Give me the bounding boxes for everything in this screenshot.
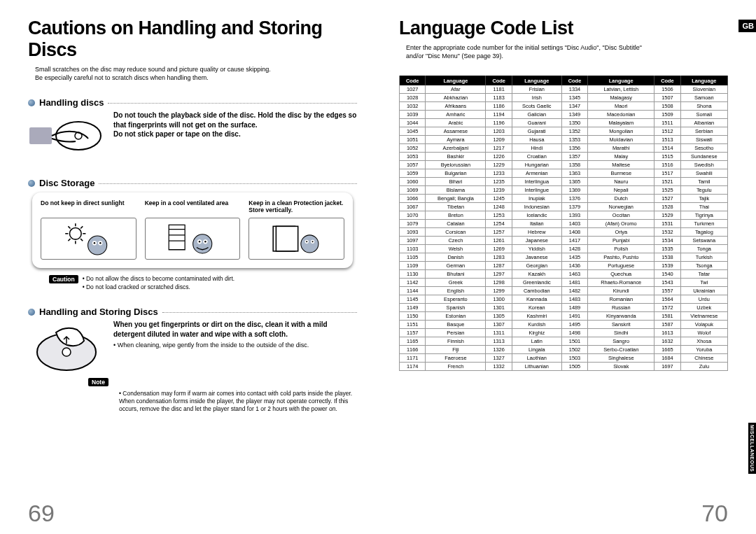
lang-code-cell: 1044 — [400, 119, 426, 127]
lang-code-cell: 1436 — [561, 262, 587, 270]
lang-code-cell: 1079 — [400, 220, 426, 228]
right-title: Language Code List — [399, 17, 728, 39]
lang-name-cell: Greek — [426, 279, 486, 287]
lang-name-cell: Tajik — [680, 195, 727, 203]
lang-name-cell: Byelorussian — [426, 161, 486, 169]
lang-name-cell: Breton — [426, 211, 486, 220]
lang-code-cell: 1345 — [561, 94, 587, 102]
section-storage-head: Disc Storage — [28, 178, 357, 188]
lang-code-cell: 1028 — [400, 94, 426, 102]
lang-name-cell: (Afan) Oromo — [588, 220, 654, 228]
handling-heading: Handling discs — [39, 97, 104, 108]
lang-name-cell: Nepali — [588, 186, 654, 195]
lang-code-cell: 1253 — [486, 211, 512, 220]
lang-code-cell: 1157 — [400, 329, 426, 337]
lang-code-cell: 1203 — [486, 127, 512, 136]
lang-code-cell: 1142 — [400, 279, 426, 287]
lang-code-cell: 1428 — [561, 245, 587, 253]
lang-code-cell: 1435 — [561, 253, 587, 262]
ventilated-icon — [145, 218, 241, 260]
lang-code-cell: 1501 — [561, 337, 587, 346]
lang-name-cell: Sangro — [588, 337, 654, 346]
lang-code-cell: 1350 — [561, 119, 587, 127]
lang-name-cell: Danish — [426, 253, 486, 262]
right-intro-l2: and/or "Disc Menu" (See page 39). — [406, 52, 503, 59]
lang-name-cell: Hebrew — [512, 228, 561, 237]
lang-name-cell: Bashkir — [426, 153, 486, 161]
lang-name-cell: Urdu — [680, 295, 727, 304]
lang-code-cell: 1174 — [400, 363, 426, 371]
lang-code-cell: 1239 — [486, 186, 512, 195]
lang-code-cell: 1684 — [654, 354, 680, 363]
th-lang: Language — [588, 76, 654, 86]
caution-badge: Caution — [49, 275, 78, 283]
lang-code-cell: 1632 — [654, 337, 680, 346]
lang-code-cell: 1535 — [654, 245, 680, 253]
lang-name-cell: Sesotho — [680, 144, 727, 153]
lang-name-cell: Vietnamese — [680, 312, 727, 321]
lang-name-cell: Latvian, Lettish — [588, 85, 654, 94]
lang-code-cell: 1027 — [400, 85, 426, 94]
lang-name-cell: Samoan — [680, 94, 727, 102]
lang-code-cell: 1572 — [654, 304, 680, 312]
lang-name-cell: Siswati — [680, 136, 727, 144]
lang-code-cell: 1032 — [400, 102, 426, 111]
lang-code-cell: 1505 — [561, 363, 587, 371]
lang-name-cell: Hungarian — [512, 161, 561, 169]
lang-code-cell: 1145 — [400, 295, 426, 304]
page-number-left: 69 — [28, 500, 55, 527]
lang-name-cell: Afrikaans — [426, 102, 486, 111]
lang-name-cell: Tibetan — [426, 203, 486, 211]
lang-code-cell: 1057 — [400, 161, 426, 169]
lang-code-cell: 1261 — [486, 237, 512, 245]
lang-name-cell: Rhaeto-Romance — [588, 279, 654, 287]
lang-code-cell: 1491 — [561, 312, 587, 321]
lang-name-cell: Kashmiri — [512, 312, 561, 321]
lang-name-cell: Georgian — [512, 262, 561, 270]
lang-name-cell: Yoruba — [680, 346, 727, 354]
svg-point-15 — [93, 242, 95, 244]
caution-item-1: Do not load cracked or scratched discs. — [83, 283, 234, 291]
lang-code-cell: 1379 — [561, 203, 587, 211]
lang-name-cell: Setswana — [680, 237, 727, 245]
lang-name-cell: Javanese — [512, 253, 561, 262]
storage-label-2: Keep in a clean Protection jacket. Store… — [248, 199, 344, 215]
lang-name-cell: Malayalam — [588, 119, 654, 127]
lang-name-cell: Kinyarwanda — [588, 312, 654, 321]
lang-code-cell: 1525 — [654, 186, 680, 195]
lang-name-cell: Tonga — [680, 245, 727, 253]
lang-code-cell: 1511 — [654, 119, 680, 127]
lang-name-cell: Tegulu — [680, 186, 727, 195]
lang-name-cell: Corsican — [426, 228, 486, 237]
lang-code-cell: 1313 — [486, 337, 512, 346]
lang-name-cell: Wolof — [680, 329, 727, 337]
lang-code-cell: 1543 — [654, 279, 680, 287]
lang-code-cell: 1300 — [486, 295, 512, 304]
section-tab: MISCELLANEOUS — [748, 423, 756, 474]
lang-name-cell: Fiji — [426, 346, 486, 354]
lang-name-cell: Shona — [680, 102, 727, 111]
lang-name-cell: Greenlandic — [512, 279, 561, 287]
lang-code-cell: 1539 — [654, 262, 680, 270]
lang-code-cell: 1540 — [654, 270, 680, 279]
lang-code-cell: 1506 — [654, 85, 680, 94]
lang-name-cell: Marathi — [588, 144, 654, 153]
lang-name-cell: Malagasy — [588, 94, 654, 102]
lang-code-cell: 1482 — [561, 287, 587, 295]
lang-name-cell: Laothian — [512, 354, 561, 363]
lang-code-cell: 1521 — [654, 178, 680, 186]
lang-code-cell: 1587 — [654, 321, 680, 329]
lang-name-cell: Volapuk — [680, 321, 727, 329]
lang-name-cell: Basque — [426, 321, 486, 329]
lang-name-cell: Romanian — [588, 295, 654, 304]
lang-code-cell: 1059 — [400, 169, 426, 178]
lang-name-cell: Twi — [680, 279, 727, 287]
lang-code-cell: 1665 — [654, 346, 680, 354]
svg-point-28 — [312, 241, 314, 242]
lang-code-cell: 1171 — [400, 354, 426, 363]
lang-name-cell: Latin — [512, 337, 561, 346]
lang-name-cell: Russian — [588, 304, 654, 312]
lang-name-cell: Moldavian — [588, 136, 654, 144]
lang-name-cell: Italian — [512, 220, 561, 228]
lang-code-cell: 1581 — [654, 312, 680, 321]
